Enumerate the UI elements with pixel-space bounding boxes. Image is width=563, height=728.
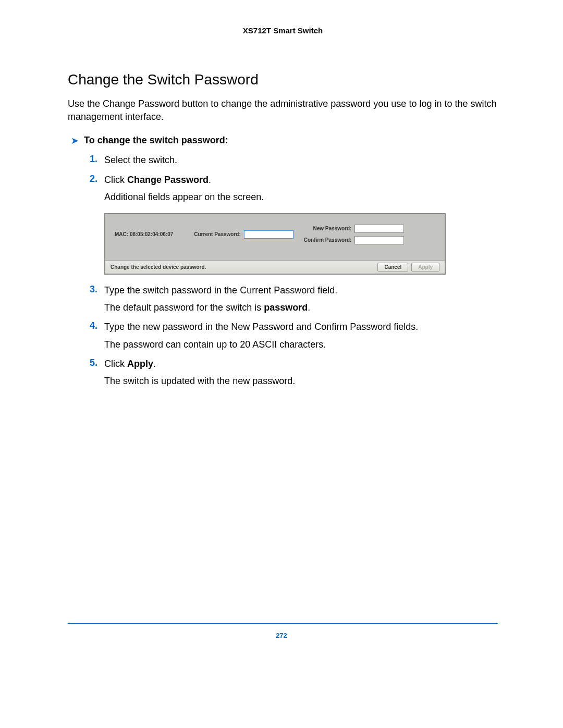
- step-text: Type the new password in the New Passwor…: [104, 320, 418, 334]
- change-password-dialog: MAC: 08:05:02:04:06:07 Current Password:…: [104, 213, 446, 275]
- text-bold: Apply: [127, 359, 153, 369]
- section-title: Change the Switch Password: [68, 71, 498, 88]
- text-prefix: Click: [104, 175, 127, 185]
- new-password-label: New Password:: [313, 226, 352, 231]
- step-text: Click Change Password.: [104, 174, 211, 187]
- step-number: 4.: [90, 320, 104, 331]
- page-footer-rule: [68, 623, 498, 624]
- new-password-input[interactable]: [354, 225, 404, 233]
- step-subtext: The password can contain up to 20 ASCII …: [104, 338, 498, 351]
- text-suffix: .: [209, 175, 211, 185]
- procedure-title: To change the switch password:: [84, 135, 228, 146]
- page-number: 272: [0, 632, 563, 639]
- text-prefix: The default password for the switch is: [104, 302, 264, 313]
- procedure-heading: ➤ To change the switch password:: [68, 135, 498, 146]
- document-header: XS712T Smart Switch: [68, 26, 498, 35]
- step-4: 4. Type the new password in the New Pass…: [90, 320, 498, 351]
- step-text: Click Apply.: [104, 357, 156, 371]
- step-text: Select the switch.: [104, 154, 177, 167]
- mac-address-label: MAC: 08:05:02:04:06:07: [115, 231, 173, 237]
- current-password-input[interactable]: [244, 230, 293, 239]
- step-3: 3. Type the switch password in the Curre…: [90, 284, 498, 314]
- text-suffix: .: [153, 359, 156, 369]
- chevron-right-icon: ➤: [71, 135, 79, 146]
- step-1: 1. Select the switch.: [90, 154, 498, 167]
- step-2: 2. Click Change Password. Additional fie…: [90, 174, 498, 275]
- intro-paragraph: Use the Change Password button to change…: [68, 97, 498, 124]
- text-bold: password: [264, 302, 308, 313]
- step-5: 5. Click Apply. The switch is updated wi…: [90, 357, 498, 388]
- current-password-label: Current Password:: [194, 231, 240, 237]
- step-number: 1.: [90, 154, 104, 165]
- cancel-button[interactable]: Cancel: [377, 263, 408, 272]
- text-prefix: Click: [104, 359, 127, 369]
- confirm-password-input[interactable]: [354, 236, 404, 244]
- step-subtext: The default password for the switch is p…: [104, 301, 498, 314]
- text-bold: Change Password: [127, 175, 209, 185]
- text-suffix: .: [308, 302, 310, 313]
- confirm-password-label: Confirm Password:: [304, 237, 352, 243]
- step-number: 5.: [90, 357, 104, 368]
- step-number: 2.: [90, 174, 104, 184]
- step-text: Type the switch password in the Current …: [104, 284, 337, 297]
- step-subtext: The switch is updated with the new passw…: [104, 375, 498, 388]
- step-number: 3.: [90, 284, 104, 295]
- apply-button[interactable]: Apply: [411, 263, 439, 272]
- dialog-footer-text: Change the selected device password.: [111, 264, 374, 270]
- step-subtext: Additional fields appear on the screen.: [104, 191, 498, 204]
